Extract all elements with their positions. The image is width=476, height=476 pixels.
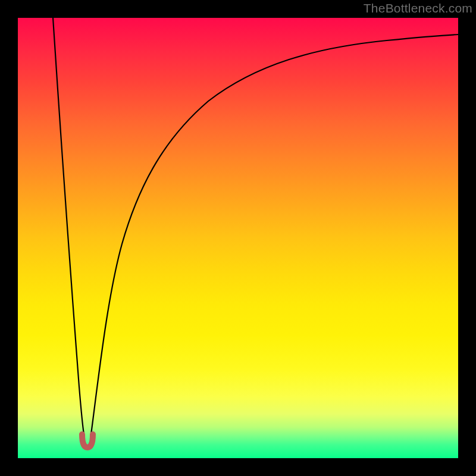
curve-left-branch [53,18,84,434]
watermark-text: TheBottleneck.com [364,1,472,15]
curve-layer [18,18,458,458]
chart-outer-frame: TheBottleneck.com [0,0,476,476]
plot-area [18,18,458,458]
curve-right-branch [91,35,458,434]
minimum-marker [82,434,93,447]
